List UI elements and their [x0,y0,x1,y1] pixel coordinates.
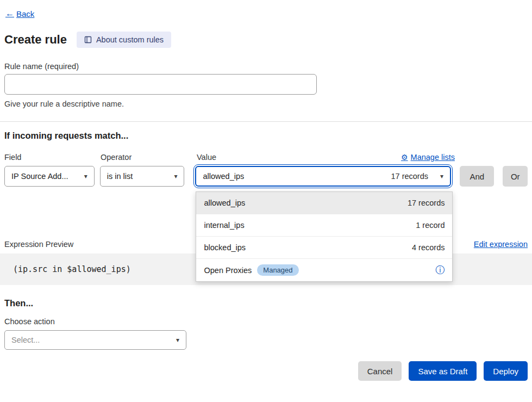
action-select[interactable]: Select... ▾ [4,330,186,350]
operator-label: Operator [101,153,186,162]
list-option-allowed-ips[interactable]: allowed_ips 17 records [196,192,452,214]
manage-lists-label: Manage lists [411,153,455,162]
field-label: Field [4,153,95,162]
then-section-heading: Then... [4,298,528,308]
page-title: Create rule [4,33,67,47]
list-option-blocked-ips[interactable]: blocked_ips 4 records [196,237,452,259]
or-button[interactable]: Or [503,166,528,187]
back-link[interactable]: ← Back [5,9,34,18]
list-option-meta: 4 records [412,243,445,252]
value-select-wrap: allowed_ips 17 records ▾ allowed_ips 17 … [195,166,451,187]
section-divider [0,121,532,122]
expression-preview-label: Expression Preview [4,240,73,249]
value-dropdown: allowed_ips 17 records internal_ips 1 re… [196,191,453,282]
rule-name-help: Give your rule a descriptive name. [4,100,528,108]
value-select-meta: 17 records [391,172,428,181]
operator-select[interactable]: is in list ▾ [100,166,185,187]
deploy-button[interactable]: Deploy [484,361,528,381]
value-label: Value [197,153,216,162]
title-row: Create rule About custom rules [4,32,528,48]
manage-lists-link[interactable]: ⚙ Manage lists [401,153,455,162]
list-option-meta: 1 record [416,221,445,230]
list-option-name: Open Proxies [204,266,252,275]
create-rule-page: ← Back Create rule About custom rules Ru… [0,0,532,402]
chevron-down-icon: ▾ [176,336,179,344]
choose-action-label: Choose action [4,317,528,326]
managed-badge: Managed [257,264,298,276]
chevron-down-icon: ▾ [440,172,443,180]
value-select-name: allowed_ips [203,172,391,181]
chevron-down-icon: ▾ [84,172,87,180]
about-custom-rules-link[interactable]: About custom rules [77,32,171,48]
expression-code: (ip.src in $allowed_ips) [13,264,131,274]
book-icon [84,36,92,44]
match-selects-row: IP Source Add... ▾ is in list ▾ allowed_… [4,166,528,187]
info-icon[interactable]: ⓘ [435,264,445,276]
match-section-heading: If incoming requests match... [4,131,528,141]
action-select-placeholder: Select... [11,336,40,344]
edit-expression-link[interactable]: Edit expression [474,240,528,249]
operator-select-value: is in list [107,172,133,181]
rule-name-input[interactable] [4,74,317,95]
about-custom-rules-label: About custom rules [96,35,164,44]
chevron-down-icon: ▾ [174,172,177,180]
gear-icon: ⚙ [401,153,408,162]
list-option-meta: 17 records [408,199,445,207]
match-labels-row: Field Operator Value ⚙ Manage lists [4,153,528,162]
list-option-name: allowed_ips [204,199,245,207]
field-select[interactable]: IP Source Add... ▾ [4,166,95,187]
and-button[interactable]: And [460,166,494,187]
rule-name-label: Rule name (required) [4,62,528,71]
field-select-value: IP Source Add... [11,172,68,181]
save-as-draft-button[interactable]: Save as Draft [409,361,477,381]
list-option-internal-ips[interactable]: internal_ips 1 record [196,214,452,237]
back-label: Back [16,9,34,18]
cancel-button[interactable]: Cancel [358,361,402,381]
footer-actions: Cancel Save as Draft Deploy [4,361,528,381]
list-option-name: blocked_ips [204,243,246,252]
back-arrow-icon: ← [5,9,14,18]
value-select[interactable]: allowed_ips 17 records ▾ [195,166,451,187]
list-option-open-proxies[interactable]: Open Proxies Managed ⓘ [196,259,452,281]
list-option-name: internal_ips [204,221,244,230]
